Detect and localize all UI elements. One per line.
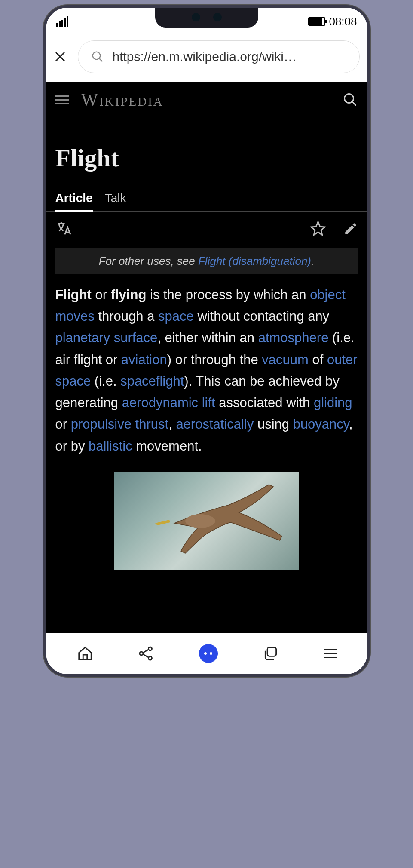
url-text: https://en.m.wikipedia.org/wiki… bbox=[113, 49, 346, 64]
watch-star-icon[interactable] bbox=[310, 221, 326, 237]
link-aviation[interactable]: aviation bbox=[121, 352, 167, 367]
browser-bottom-nav bbox=[46, 633, 367, 674]
disambig-suffix: . bbox=[311, 255, 314, 267]
home-button[interactable] bbox=[77, 645, 93, 662]
link-aerostatically[interactable]: aerostatically bbox=[176, 417, 254, 432]
wikipedia-logo[interactable]: Wikipedia bbox=[81, 89, 164, 110]
disambig-link[interactable]: Flight (disambiguation) bbox=[198, 255, 311, 267]
svg-point-1 bbox=[344, 94, 353, 103]
browser-url-bar: https://en.m.wikipedia.org/wiki… bbox=[46, 32, 367, 82]
svg-rect-6 bbox=[267, 647, 276, 656]
edit-pencil-icon[interactable] bbox=[343, 221, 358, 236]
lead-term-flight: Flight bbox=[55, 287, 92, 302]
menu-icon bbox=[324, 649, 337, 658]
svg-point-0 bbox=[92, 52, 100, 60]
article-lead-image[interactable] bbox=[114, 472, 299, 570]
link-atmosphere[interactable]: atmosphere bbox=[258, 330, 329, 345]
link-object[interactable]: object bbox=[310, 287, 346, 302]
svg-point-2 bbox=[185, 514, 215, 528]
assistant-button[interactable] bbox=[199, 644, 218, 663]
article-tabs: Article Talk bbox=[46, 188, 367, 212]
phone-notch bbox=[155, 7, 258, 28]
menu-button[interactable] bbox=[324, 649, 337, 658]
link-gliding[interactable]: gliding bbox=[314, 395, 352, 410]
link-buoyancy[interactable]: buoyancy bbox=[293, 417, 349, 432]
close-tab-button[interactable] bbox=[54, 50, 67, 63]
status-time: 08:08 bbox=[329, 15, 357, 28]
url-input[interactable]: https://en.m.wikipedia.org/wiki… bbox=[78, 40, 360, 73]
wiki-header: Wikipedia bbox=[46, 82, 367, 118]
search-button[interactable] bbox=[343, 92, 358, 107]
link-vacuum[interactable]: vacuum bbox=[262, 352, 309, 367]
tab-article[interactable]: Article bbox=[55, 188, 93, 212]
link-propulsive-thrust[interactable]: propulsive thrust bbox=[71, 417, 168, 432]
article-title: Flight bbox=[46, 118, 367, 188]
article-lead-paragraph: Flight or flying is the process by which… bbox=[46, 284, 367, 457]
battery-icon bbox=[308, 17, 325, 26]
share-button[interactable] bbox=[138, 645, 154, 662]
signal-icon bbox=[56, 16, 68, 27]
tab-talk[interactable]: Talk bbox=[105, 188, 126, 211]
front-camera bbox=[192, 13, 200, 21]
phone-frame: 08:08 https://en.m.wikipedia.org/wiki… W… bbox=[43, 5, 370, 677]
assistant-face-icon bbox=[204, 652, 212, 655]
menu-icon[interactable] bbox=[55, 95, 69, 104]
article-actions bbox=[46, 212, 367, 246]
page-content: Wikipedia Flight Article Talk bbox=[46, 82, 367, 633]
link-space[interactable]: space bbox=[158, 309, 194, 324]
tabs-button[interactable] bbox=[263, 645, 279, 662]
lead-term-flying: flying bbox=[111, 287, 147, 302]
disambiguation-note: For other uses, see Flight (disambiguati… bbox=[55, 248, 358, 274]
disambig-prefix: For other uses, see bbox=[99, 255, 198, 267]
link-ballistic[interactable]: ballistic bbox=[89, 439, 132, 454]
search-icon bbox=[91, 50, 104, 63]
language-icon[interactable] bbox=[55, 220, 73, 237]
link-planetary-surface[interactable]: planetary surface bbox=[55, 330, 158, 345]
link-aerodynamic-lift[interactable]: aerodynamic lift bbox=[122, 395, 215, 410]
link-spaceflight[interactable]: spaceflight bbox=[120, 374, 184, 389]
front-sensor bbox=[213, 13, 222, 21]
link-moves[interactable]: moves bbox=[55, 309, 95, 324]
